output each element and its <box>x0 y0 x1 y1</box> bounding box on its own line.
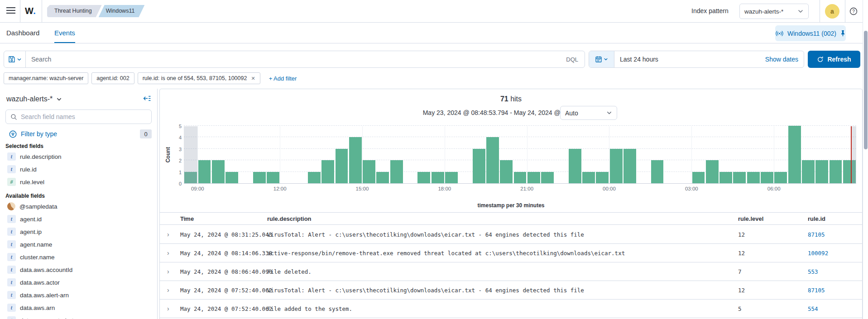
help-icon[interactable]: ? <box>849 7 858 15</box>
histogram-bar[interactable] <box>610 149 623 183</box>
histogram-bar[interactable] <box>308 172 321 183</box>
field-item[interactable]: tdata.aws.created-at <box>0 314 157 319</box>
histogram-bar[interactable] <box>569 149 581 183</box>
field-item[interactable]: tagent.name <box>0 238 157 251</box>
field-item[interactable]: tdata.aws.alert-arn <box>0 289 157 301</box>
field-item[interactable]: trule.id <box>0 163 157 176</box>
chevron-down-icon[interactable] <box>56 96 62 102</box>
histogram-bar[interactable] <box>417 172 430 183</box>
filter-pill[interactable]: rule.id: is one of 554, 553, 87105, 1000… <box>138 72 260 84</box>
expand-row-icon[interactable]: › <box>167 300 169 318</box>
pin-icon[interactable] <box>840 30 846 37</box>
histogram-bar[interactable] <box>267 172 279 183</box>
cell-rule-id-link[interactable]: 87105 <box>808 281 825 300</box>
histogram-bar[interactable] <box>390 160 403 183</box>
histogram-bar[interactable] <box>692 172 705 183</box>
histogram-bar[interactable] <box>528 172 540 183</box>
histogram-bar[interactable] <box>198 160 211 183</box>
histogram-bar[interactable] <box>212 160 225 183</box>
histogram-bar[interactable] <box>541 172 554 183</box>
field-item[interactable]: @sampledata <box>0 200 157 213</box>
histogram-bar[interactable] <box>596 172 609 183</box>
breadcrumb-threat-hunting[interactable]: Threat Hunting <box>47 5 102 17</box>
field-item[interactable]: tagent.ip <box>0 225 157 238</box>
histogram-bar[interactable] <box>582 172 595 183</box>
field-item[interactable]: tdata.aws.accountId <box>0 263 157 276</box>
query-language-button[interactable]: DQL <box>560 56 585 63</box>
hamburger-menu-icon[interactable] <box>6 7 15 14</box>
field-item[interactable]: trule.description <box>0 150 157 163</box>
histogram-bar[interactable] <box>473 149 485 183</box>
histogram-bar[interactable] <box>336 149 348 183</box>
cell-rule-id-link[interactable]: 553 <box>808 262 818 281</box>
histogram-bar[interactable] <box>830 160 842 183</box>
field-item[interactable]: tagent.id <box>0 213 157 225</box>
sidebar-index-pattern[interactable]: wazuh-alerts-* <box>6 95 53 103</box>
scrollbar-thumb[interactable] <box>864 31 868 149</box>
field-item[interactable]: tdata.aws.arn <box>0 301 157 314</box>
histogram-bar[interactable] <box>788 126 801 183</box>
expand-row-icon[interactable]: › <box>167 281 169 300</box>
filter-pill[interactable]: agent.id: 002 <box>91 72 134 84</box>
histogram-bar[interactable] <box>719 172 732 183</box>
cell-rule-id-link[interactable]: 554 <box>808 300 818 318</box>
search-input[interactable] <box>26 56 560 63</box>
histogram-bar[interactable] <box>321 160 334 183</box>
column-rule-description[interactable]: rule.description <box>267 213 312 225</box>
index-pattern-select[interactable]: wazuh-alerts-* <box>739 4 809 19</box>
cell-rule-id-link[interactable]: 100092 <box>808 244 828 262</box>
histogram-bar[interactable] <box>623 149 636 183</box>
agent-selector-button[interactable]: Windows11 (002) <box>775 25 846 41</box>
histogram-plot[interactable] <box>184 126 856 184</box>
histogram-bar[interactable] <box>349 137 362 183</box>
page-scrollbar[interactable] <box>863 0 868 319</box>
avatar[interactable]: a <box>825 4 839 19</box>
histogram-bar[interactable] <box>225 172 238 183</box>
divider <box>20 0 20 22</box>
histogram-bar[interactable] <box>376 172 389 183</box>
wazuh-logo[interactable]: W. <box>25 6 36 16</box>
histogram-bar[interactable] <box>733 172 746 183</box>
histogram-bar[interactable] <box>500 160 513 183</box>
histogram-bar[interactable] <box>363 160 375 183</box>
interval-select[interactable]: Auto <box>560 106 617 120</box>
show-dates-button[interactable]: Show dates <box>765 56 804 63</box>
table-row: ›May 24, 2024 @ 08:31:25.043VirusTotal: … <box>160 225 862 244</box>
y-tick-label: 0 <box>179 181 182 186</box>
refresh-button[interactable]: Refresh <box>808 51 860 68</box>
cell-rule-id-link[interactable]: 87105 <box>808 225 825 244</box>
field-search-input[interactable] <box>21 113 147 120</box>
expand-row-icon[interactable]: › <box>167 225 169 244</box>
expand-row-icon[interactable]: › <box>167 262 169 281</box>
histogram-bar[interactable] <box>706 160 719 183</box>
field-item[interactable]: tdata.aws.actor <box>0 276 157 289</box>
histogram-bar[interactable] <box>815 160 828 183</box>
time-range-value[interactable]: Last 24 hours <box>614 56 658 63</box>
histogram-bar[interactable] <box>774 172 787 183</box>
filter-by-type-button[interactable]: Filter by type <box>21 130 57 138</box>
add-filter-button[interactable]: + Add filter <box>269 75 297 82</box>
histogram-bar[interactable] <box>747 172 760 183</box>
column-rule-id[interactable]: rule.id <box>808 213 825 225</box>
collapse-sidebar-icon[interactable] <box>143 95 151 104</box>
histogram-bar[interactable] <box>432 172 444 183</box>
filter-pill[interactable]: manager.name: wazuh-server <box>4 72 88 84</box>
tab-dashboard[interactable]: Dashboard <box>6 23 39 43</box>
remove-filter-icon[interactable]: ✕ <box>251 76 255 81</box>
column-rule-level[interactable]: rule.level <box>738 213 763 225</box>
histogram-bar[interactable] <box>486 137 499 183</box>
histogram-bar[interactable] <box>253 172 266 183</box>
histogram-bar[interactable] <box>445 172 458 183</box>
tab-events[interactable]: Events <box>54 23 75 43</box>
histogram-bar[interactable] <box>802 160 815 183</box>
histogram-bar[interactable] <box>651 160 664 183</box>
histogram-bar[interactable] <box>761 172 773 183</box>
field-item[interactable]: tcluster.name <box>0 251 157 263</box>
histogram-bar[interactable] <box>514 172 527 183</box>
expand-row-icon[interactable]: › <box>167 244 169 262</box>
breadcrumb-windows11[interactable]: Windows11 <box>99 5 145 17</box>
saved-query-menu-button[interactable] <box>4 51 26 67</box>
sort-desc-icon[interactable]: ▼ <box>182 213 187 225</box>
quick-select-menu-button[interactable] <box>589 51 614 67</box>
field-item[interactable]: #rule.level <box>0 176 157 188</box>
